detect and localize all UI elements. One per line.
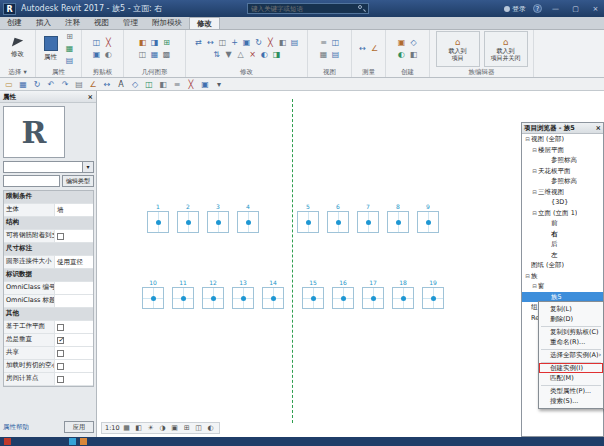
ribbon-icon[interactable]: ◫: [330, 37, 341, 48]
ribbon-icon[interactable]: ▣: [241, 37, 252, 48]
window-symbol[interactable]: 5: [297, 203, 319, 233]
window-symbol[interactable]: 13: [232, 279, 254, 309]
property-value[interactable]: [54, 360, 93, 372]
help-icon[interactable]: ?: [533, 4, 542, 13]
ribbon-icon[interactable]: ▼: [223, 49, 234, 60]
window-symbol[interactable]: 18: [392, 279, 414, 309]
control-dot-icon[interactable]: [156, 220, 161, 225]
load-into-project-button[interactable]: ⌂ 载入到 项目: [436, 31, 480, 67]
window-symbol[interactable]: 6: [327, 203, 349, 233]
checkbox[interactable]: [57, 350, 64, 357]
qat-icon[interactable]: ↻: [31, 79, 43, 90]
browser-tree-item[interactable]: 前: [522, 218, 603, 229]
checkbox[interactable]: [57, 376, 64, 383]
qat-icon[interactable]: ▣: [199, 79, 211, 90]
ribbon-icon[interactable]: ◐: [103, 49, 114, 60]
window-symbol[interactable]: 14: [262, 279, 284, 309]
tree-expand-icon[interactable]: ⊟: [531, 166, 538, 177]
ribbon-icon[interactable]: ▣: [396, 37, 407, 48]
browser-tree-item[interactable]: 图纸 (全部): [522, 260, 603, 271]
property-value[interactable]: [54, 334, 93, 346]
browser-tree-item[interactable]: 后: [522, 239, 603, 250]
ribbon-icon[interactable]: ╳: [103, 37, 114, 48]
window-symbol[interactable]: 2: [177, 203, 199, 233]
property-value[interactable]: 使用直径: [54, 256, 93, 268]
ribbon-icon[interactable]: ◧: [408, 49, 419, 60]
window-symbol[interactable]: 19: [422, 279, 444, 309]
control-dot-icon[interactable]: [311, 296, 316, 301]
control-dot-icon[interactable]: [211, 296, 216, 301]
ribbon-icon[interactable]: ◫: [137, 49, 148, 60]
view-control-icon[interactable]: ⊞: [182, 424, 192, 432]
ribbon-tab[interactable]: 附加模块: [145, 17, 189, 29]
view-control-icon[interactable]: ◧: [134, 424, 144, 432]
ribbon-tab[interactable]: 修改: [189, 17, 220, 29]
browser-tree-item[interactable]: ⊟ 立面 (立面 1): [522, 208, 603, 219]
ribbon-icon[interactable]: ◫: [217, 37, 228, 48]
ribbon-icon[interactable]: ▩: [161, 49, 172, 60]
control-dot-icon[interactable]: [431, 296, 436, 301]
ribbon-icon[interactable]: ⇅: [211, 49, 222, 60]
ribbon-icon[interactable]: ∠: [369, 43, 380, 54]
qat-icon[interactable]: ◇: [129, 79, 141, 90]
revit-logo-icon[interactable]: R: [3, 3, 16, 15]
control-dot-icon[interactable]: [336, 220, 341, 225]
property-value[interactable]: [54, 230, 93, 242]
close-properties-icon[interactable]: ×: [88, 91, 93, 102]
view-control-icon[interactable]: ◑: [158, 424, 168, 432]
window-symbol[interactable]: 3: [207, 203, 229, 233]
ribbon-tab[interactable]: 视图: [87, 17, 116, 29]
window-symbol[interactable]: 15: [302, 279, 324, 309]
control-dot-icon[interactable]: [151, 296, 156, 301]
minimize-button[interactable]: —: [549, 5, 562, 13]
qat-icon[interactable]: ◫: [143, 79, 155, 90]
ribbon-icon[interactable]: ▤: [289, 37, 300, 48]
panel-label[interactable]: 选择 ▾: [0, 67, 35, 77]
window-symbol[interactable]: 9: [417, 203, 439, 233]
control-dot-icon[interactable]: [241, 296, 246, 301]
filter-box[interactable]: [3, 175, 60, 187]
property-value[interactable]: 墙: [54, 204, 93, 216]
tree-expand-icon[interactable]: ⊟: [524, 271, 531, 282]
view-control-icon[interactable]: ▦: [122, 424, 132, 432]
search-icon[interactable]: [357, 4, 366, 13]
qat-icon[interactable]: ↷: [59, 79, 71, 90]
ribbon-icon[interactable]: ◧: [277, 37, 288, 48]
help-search-box[interactable]: [247, 3, 369, 14]
checkbox[interactable]: [57, 324, 64, 331]
ribbon-icon[interactable]: ↔: [357, 43, 368, 54]
ribbon-icon[interactable]: ↻: [253, 37, 264, 48]
ribbon-tab[interactable]: 插入: [29, 17, 58, 29]
ribbon-icon[interactable]: ⊞: [161, 37, 172, 48]
context-menu-item[interactable]: 匹配(M): [539, 373, 603, 383]
qat-icon[interactable]: ▦: [17, 79, 29, 90]
ribbon-icon[interactable]: ◫: [91, 37, 102, 48]
ribbon-tab[interactable]: 创建: [0, 17, 29, 29]
view-control-icon[interactable]: ▣: [170, 424, 180, 432]
type-selector[interactable]: ▾: [3, 161, 94, 173]
context-menu-item[interactable]: 复制到剪贴板(C): [539, 327, 603, 337]
scale-button[interactable]: 1:10: [105, 424, 120, 432]
property-value[interactable]: [54, 282, 93, 294]
window-symbol[interactable]: 12: [202, 279, 224, 309]
ribbon-icon[interactable]: ◐: [396, 49, 407, 60]
browser-tree-item[interactable]: ⊟ 族: [522, 271, 603, 282]
ribbon-icon[interactable]: +: [229, 37, 240, 48]
context-menu-item[interactable]: 重命名(R)...: [539, 337, 603, 347]
ribbon-icon[interactable]: ▦: [318, 49, 329, 60]
checkbox[interactable]: [57, 363, 64, 370]
browser-tree-item[interactable]: ⊟ 视图 (全部): [522, 134, 603, 145]
context-menu-item[interactable]: 复制(L): [539, 304, 603, 314]
control-dot-icon[interactable]: [306, 220, 311, 225]
ribbon-icon[interactable]: ×: [247, 49, 258, 60]
qat-icon[interactable]: A: [115, 79, 127, 90]
window-symbol[interactable]: 4: [237, 203, 259, 233]
ribbon-icon[interactable]: ◨: [149, 37, 160, 48]
modify-tool-button[interactable]: 修改: [8, 38, 27, 60]
property-value[interactable]: [54, 347, 93, 359]
ribbon-icon[interactable]: ◇: [408, 37, 419, 48]
control-dot-icon[interactable]: [246, 220, 251, 225]
control-dot-icon[interactable]: [271, 296, 276, 301]
signin-button[interactable]: 登录: [504, 4, 526, 14]
control-dot-icon[interactable]: [396, 220, 401, 225]
